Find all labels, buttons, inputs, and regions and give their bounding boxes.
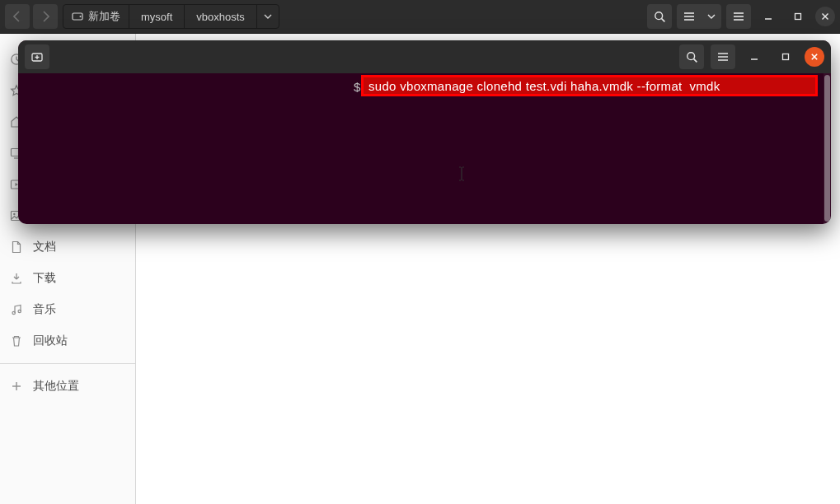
command-text: sudo vboxmanage clonehd test.vdi haha.vm… <box>368 79 720 93</box>
breadcrumb-label: mysoft <box>141 11 172 23</box>
svg-line-3 <box>661 18 664 21</box>
svg-rect-33 <box>783 54 789 60</box>
sidebar-item-label: 回收站 <box>33 334 68 348</box>
terminal-maximize-button[interactable] <box>773 44 798 69</box>
new-tab-icon <box>31 51 44 63</box>
view-dropdown-button[interactable] <box>702 4 721 29</box>
breadcrumb-dropdown[interactable] <box>257 5 279 28</box>
minimize-icon <box>749 52 759 62</box>
nav-back-button[interactable] <box>5 4 30 29</box>
svg-point-20 <box>12 311 15 314</box>
breadcrumb-label: vboxhosts <box>196 11 245 23</box>
terminal-new-tab-button[interactable] <box>25 44 49 69</box>
path-breadcrumb: 新加卷 mysoft vboxhosts <box>63 4 279 29</box>
hamburger-icon <box>733 12 744 21</box>
music-icon <box>10 303 23 316</box>
svg-line-28 <box>693 58 697 62</box>
breadcrumb-segment[interactable]: vboxhosts <box>185 5 257 28</box>
terminal-minimize-button[interactable] <box>742 44 767 69</box>
terminal-window: $ sudo vboxmanage clonehd test.vdi haha.… <box>18 40 831 224</box>
window-close-button[interactable] <box>815 7 835 26</box>
terminal-scrollbar[interactable] <box>824 73 831 224</box>
sidebar-item-label: 音乐 <box>33 302 56 317</box>
plus-icon <box>10 380 23 393</box>
breadcrumb-segment[interactable]: mysoft <box>129 5 185 28</box>
terminal-search-button[interactable] <box>679 44 704 69</box>
svg-rect-11 <box>795 14 801 20</box>
trash-icon <box>10 334 23 348</box>
sidebar-item-label: 文档 <box>33 240 56 254</box>
nav-forward-button[interactable] <box>33 4 58 29</box>
search-icon <box>686 51 698 63</box>
close-icon <box>821 12 829 21</box>
close-icon <box>810 53 819 61</box>
breadcrumb-label: 新加卷 <box>88 9 120 24</box>
terminal-body[interactable]: $ sudo vboxmanage clonehd test.vdi haha.… <box>18 73 831 224</box>
hamburger-menu-button[interactable] <box>726 4 751 29</box>
file-manager-header: 新加卷 mysoft vboxhosts <box>0 0 840 34</box>
sidebar-item-label: 下载 <box>33 271 56 286</box>
sidebar-item-trash[interactable]: 回收站 <box>0 325 135 357</box>
maximize-icon <box>793 12 803 21</box>
view-list-button[interactable] <box>677 4 702 29</box>
maximize-icon <box>781 52 791 62</box>
breadcrumb-segment-volume[interactable]: 新加卷 <box>63 5 129 28</box>
terminal-menu-button[interactable] <box>711 44 735 69</box>
search-button[interactable] <box>647 4 672 29</box>
shell-prompt: $ <box>354 80 360 94</box>
terminal-scrollbar-thumb[interactable] <box>824 75 830 222</box>
window-maximize-button[interactable] <box>786 4 810 29</box>
sidebar-item-music[interactable]: 音乐 <box>0 294 135 325</box>
svg-point-19 <box>13 213 15 215</box>
sidebar-item-other-locations[interactable]: 其他位置 <box>0 371 135 402</box>
search-icon <box>654 11 666 23</box>
sidebar-item-downloads[interactable]: 下载 <box>0 263 135 294</box>
sidebar-item-label: 其他位置 <box>33 379 79 394</box>
terminal-close-button[interactable] <box>805 47 824 67</box>
sidebar-item-documents[interactable]: 文档 <box>0 231 135 263</box>
sidebar-separator <box>0 363 135 364</box>
svg-point-1 <box>80 16 82 17</box>
document-icon <box>10 240 23 254</box>
view-options-group <box>677 4 721 29</box>
svg-point-2 <box>655 12 662 19</box>
hamburger-icon <box>717 52 729 62</box>
window-minimize-button[interactable] <box>756 4 781 29</box>
svg-point-27 <box>687 52 694 59</box>
chevron-down-icon <box>707 14 716 19</box>
highlighted-command: sudo vboxmanage clonehd test.vdi haha.vm… <box>361 75 818 96</box>
svg-point-21 <box>18 310 21 312</box>
drive-icon <box>72 11 83 22</box>
terminal-header <box>18 40 831 73</box>
download-icon <box>10 272 23 285</box>
minimize-icon <box>763 12 773 21</box>
list-icon <box>683 12 695 21</box>
